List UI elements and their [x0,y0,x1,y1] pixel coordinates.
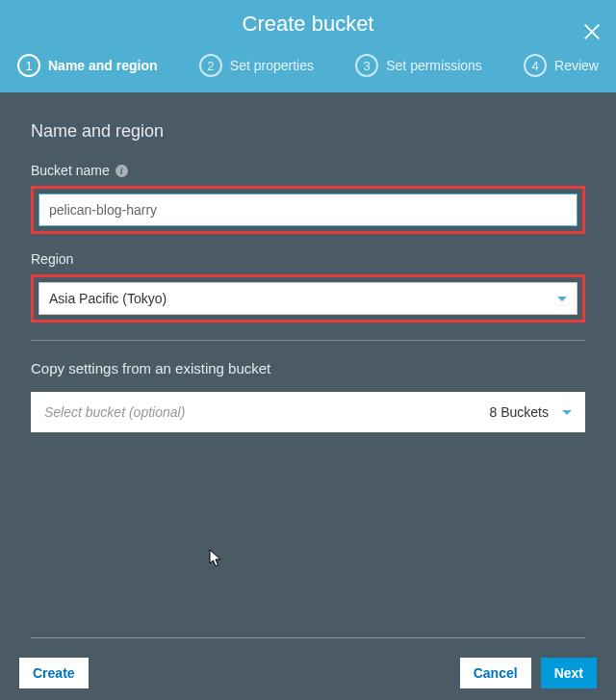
next-button[interactable]: Next [541,658,597,688]
dialog-footer: Create Cancel Next [0,646,616,700]
region-label: Region [31,251,585,267]
step-label: Set properties [230,58,314,73]
step-label: Set permissions [386,58,482,73]
footer-divider [31,637,585,638]
step-number: 3 [355,54,378,77]
chevron-down-icon [557,297,567,301]
bucket-name-input[interactable] [38,194,578,226]
close-button[interactable] [581,21,603,46]
step-set-properties[interactable]: 2 Set properties [199,54,314,77]
copy-bucket-placeholder: Select bucket (optional) [44,404,185,420]
cursor-icon [209,549,224,568]
region-value: Asia Pacific (Tokyo) [49,291,167,306]
info-icon[interactable]: i [116,165,128,177]
bucket-count: 8 Buckets [490,404,549,420]
divider [31,340,585,341]
highlight-bucket-name [31,186,585,234]
step-name-and-region[interactable]: 1 Name and region [17,54,158,77]
step-label: Name and region [48,58,158,73]
dialog-content: Name and region Bucket name i Region Asi… [0,92,616,452]
highlight-region: Asia Pacific (Tokyo) [31,274,585,323]
step-number: 4 [524,54,547,77]
copy-bucket-select[interactable]: Select bucket (optional) 8 Buckets [31,392,585,432]
dialog-title: Create bucket [0,12,616,37]
copy-settings-label: Copy settings from an existing bucket [31,360,585,376]
region-select[interactable]: Asia Pacific (Tokyo) [38,282,578,315]
cancel-button[interactable]: Cancel [460,658,531,688]
step-set-permissions[interactable]: 3 Set permissions [355,54,482,77]
section-title: Name and region [31,121,585,142]
close-icon [581,21,603,42]
step-review[interactable]: 4 Review [524,54,599,77]
stepper: 1 Name and region 2 Set properties 3 Set… [0,54,616,77]
step-label: Review [554,58,599,73]
create-button[interactable]: Create [19,658,89,688]
step-number: 2 [199,54,222,77]
step-number: 1 [17,54,40,77]
bucket-name-label: Bucket name i [31,163,585,178]
chevron-down-icon [562,410,572,415]
dialog-header: Create bucket 1 Name and region 2 Set pr… [0,0,616,92]
